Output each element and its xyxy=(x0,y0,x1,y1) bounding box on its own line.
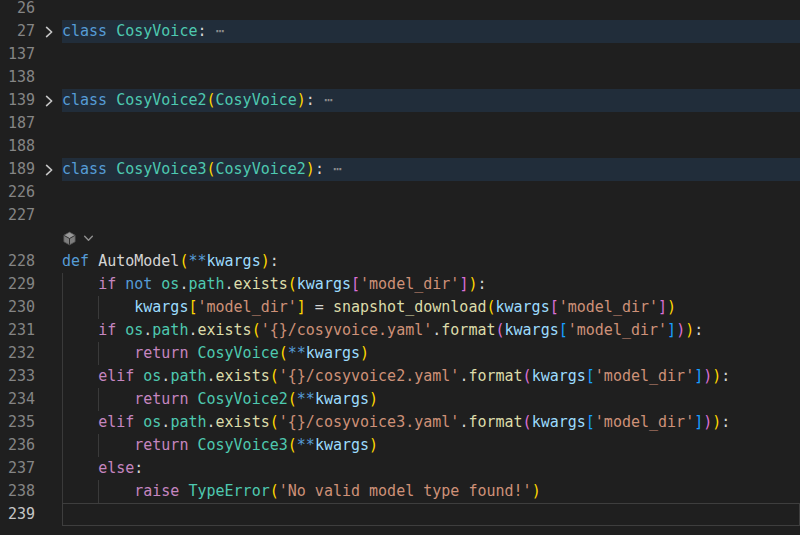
code-token: 'No valid model type found!' xyxy=(279,482,532,500)
code-content: class CosyVoice: ⋯ xyxy=(62,20,800,43)
fold-gutter-space xyxy=(35,66,62,89)
code-token: CosyVoice3 xyxy=(116,160,206,178)
fold-chevron-right-icon[interactable] xyxy=(43,164,55,176)
code-token: : xyxy=(306,91,315,109)
code-line[interactable]: 234 return CosyVoice2(**kwargs) xyxy=(0,388,800,411)
fold-toggle[interactable] xyxy=(35,89,62,112)
code-token xyxy=(134,413,143,431)
code-line[interactable]: 139class CosyVoice2(CosyVoice): ⋯ xyxy=(0,89,800,112)
code-content: elif os.path.exists('{}/cosyvoice3.yaml'… xyxy=(62,411,800,434)
code-content: class CosyVoice3(CosyVoice2): ⋯ xyxy=(62,158,800,181)
code-line[interactable]: 137 xyxy=(0,43,800,66)
code-line[interactable]: 228def AutoModel(**kwargs): xyxy=(0,250,800,273)
line-number[interactable]: 228 xyxy=(0,250,35,273)
code-token: ) xyxy=(532,482,541,500)
code-token: : xyxy=(197,22,206,40)
code-line[interactable]: 230 kwargs['model_dir'] = snapshot_downl… xyxy=(0,296,800,319)
code-line[interactable]: 235 elif os.path.exists('{}/cosyvoice3.y… xyxy=(0,411,800,434)
code-line[interactable]: 232 return CosyVoice(**kwargs) xyxy=(0,342,800,365)
line-number[interactable]: 230 xyxy=(0,296,35,319)
code-token: ⋯ xyxy=(324,91,333,109)
line-number[interactable]: 188 xyxy=(0,135,35,158)
line-number[interactable]: 238 xyxy=(0,480,35,503)
code-token xyxy=(324,160,333,178)
code-token: CosyVoice3 xyxy=(197,436,287,454)
code-line[interactable]: 27class CosyVoice: ⋯ xyxy=(0,20,800,43)
line-number[interactable]: 239 xyxy=(0,503,35,526)
line-number[interactable]: 27 xyxy=(0,20,35,43)
fold-gutter-space xyxy=(35,457,62,480)
editor-decoration-row[interactable] xyxy=(0,227,800,250)
line-number[interactable]: 26 xyxy=(0,0,35,20)
code-token: format xyxy=(468,367,522,385)
line-number[interactable]: 139 xyxy=(0,89,35,112)
code-line[interactable]: 226 xyxy=(0,181,800,204)
fold-gutter-space xyxy=(35,319,62,342)
code-line[interactable]: 227 xyxy=(0,204,800,227)
code-line[interactable]: 239 xyxy=(0,503,800,526)
line-number[interactable]: 235 xyxy=(0,411,35,434)
code-token: ( xyxy=(496,321,505,339)
line-number[interactable]: 229 xyxy=(0,273,35,296)
decoration-content[interactable] xyxy=(62,227,800,250)
code-token: 'model_dir' xyxy=(360,275,459,293)
code-token xyxy=(315,91,324,109)
line-number[interactable]: 189 xyxy=(0,158,35,181)
code-token xyxy=(116,275,125,293)
line-number[interactable]: 232 xyxy=(0,342,35,365)
fold-gutter-space xyxy=(35,503,62,526)
line-number[interactable]: 233 xyxy=(0,365,35,388)
fold-chevron-right-icon[interactable] xyxy=(43,95,55,107)
code-token: 'model_dir' xyxy=(595,413,694,431)
code-line[interactable]: 189class CosyVoice3(CosyVoice2): ⋯ xyxy=(0,158,800,181)
code-token xyxy=(62,413,98,431)
line-number[interactable]: 187 xyxy=(0,112,35,135)
code-token: path xyxy=(152,321,188,339)
code-line[interactable]: 138 xyxy=(0,66,800,89)
code-token: : xyxy=(315,160,324,178)
fold-toggle[interactable] xyxy=(35,20,62,43)
code-token xyxy=(107,22,116,40)
code-line[interactable]: 187 xyxy=(0,112,800,135)
code-token: ( xyxy=(207,160,216,178)
line-number[interactable]: 231 xyxy=(0,319,35,342)
line-number[interactable]: 234 xyxy=(0,388,35,411)
code-token xyxy=(62,321,98,339)
code-token: return xyxy=(134,390,188,408)
line-number[interactable]: 226 xyxy=(0,181,35,204)
code-line[interactable]: 233 elif os.path.exists('{}/cosyvoice2.y… xyxy=(0,365,800,388)
code-token: 'model_dir' xyxy=(197,298,296,316)
fold-chevron-right-icon[interactable] xyxy=(43,26,55,38)
code-line[interactable]: 229 if not os.path.exists(kwargs['model_… xyxy=(0,273,800,296)
code-line[interactable]: 231 if os.path.exists('{}/cosyvoice.yaml… xyxy=(0,319,800,342)
code-token: . xyxy=(207,413,216,431)
code-content: if os.path.exists('{}/cosyvoice.yaml'.fo… xyxy=(62,319,800,342)
code-token: '{}/cosyvoice.yaml' xyxy=(261,321,433,339)
code-token: ( xyxy=(279,344,288,362)
line-number[interactable]: 237 xyxy=(0,457,35,480)
line-number[interactable]: 236 xyxy=(0,434,35,457)
code-content: class CosyVoice2(CosyVoice): ⋯ xyxy=(62,89,800,112)
fold-gutter-space xyxy=(35,135,62,158)
code-token: snapshot_download xyxy=(333,298,487,316)
code-line[interactable]: 237 else: xyxy=(0,457,800,480)
chevron-down-icon[interactable] xyxy=(83,233,94,244)
code-token: '{}/cosyvoice3.yaml' xyxy=(279,413,460,431)
code-line[interactable]: 238 raise TypeError('No valid model type… xyxy=(0,480,800,503)
code-token: : xyxy=(721,413,730,431)
code-token: ** xyxy=(188,252,206,270)
code-token: elif xyxy=(98,367,134,385)
ai-model-cube-icon[interactable] xyxy=(62,231,77,246)
code-token xyxy=(134,367,143,385)
code-token: ⋯ xyxy=(333,160,342,178)
fold-toggle[interactable] xyxy=(35,158,62,181)
ai-codelens[interactable] xyxy=(62,227,800,250)
line-number[interactable]: 137 xyxy=(0,43,35,66)
line-number[interactable]: 138 xyxy=(0,66,35,89)
code-line[interactable]: 236 return CosyVoice3(**kwargs) xyxy=(0,434,800,457)
code-token: kwargs xyxy=(315,390,369,408)
code-line[interactable]: 188 xyxy=(0,135,800,158)
line-number[interactable]: 227 xyxy=(0,204,35,227)
code-token xyxy=(62,344,134,362)
code-line[interactable]: 26 xyxy=(0,0,800,20)
